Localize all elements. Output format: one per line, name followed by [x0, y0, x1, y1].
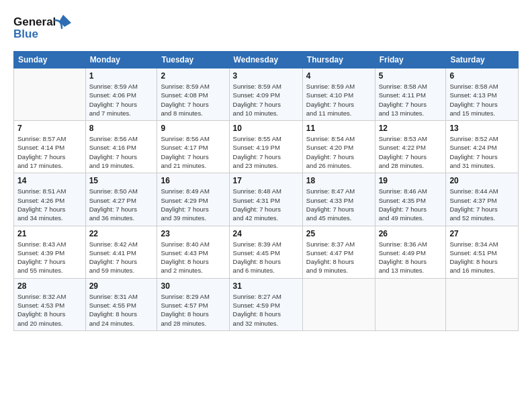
- day-number: 19: [379, 176, 443, 185]
- day-info: Sunrise: 8:56 AMSunset: 4:16 PMDaylight:…: [89, 134, 154, 170]
- day-number: 7: [17, 124, 82, 133]
- day-number: 31: [233, 281, 299, 291]
- calendar-cell: 7Sunrise: 8:57 AMSunset: 4:14 PMDaylight…: [14, 121, 86, 173]
- day-number: 17: [233, 176, 299, 185]
- day-info: Sunrise: 8:59 AMSunset: 4:08 PMDaylight:…: [161, 82, 225, 118]
- calendar-cell: [14, 68, 86, 121]
- day-number: 24: [233, 229, 299, 238]
- day-info: Sunrise: 8:34 AMSunset: 4:51 PMDaylight:…: [449, 240, 515, 275]
- day-number: 14: [17, 176, 82, 185]
- calendar-body: 1Sunrise: 8:59 AMSunset: 4:06 PMDaylight…: [14, 68, 519, 331]
- day-info: Sunrise: 8:54 AMSunset: 4:20 PMDaylight:…: [306, 134, 371, 170]
- day-number: 29: [89, 281, 154, 291]
- calendar-cell: 13Sunrise: 8:52 AMSunset: 4:24 PMDayligh…: [446, 121, 519, 173]
- weekday-header: Thursday: [302, 52, 375, 68]
- svg-text:General: General: [13, 15, 56, 28]
- calendar-cell: [446, 278, 519, 330]
- weekday-header: Friday: [375, 52, 446, 68]
- logo: General Blue: [13, 13, 74, 43]
- day-info: Sunrise: 8:56 AMSunset: 4:17 PMDaylight:…: [161, 134, 225, 170]
- day-info: Sunrise: 8:58 AMSunset: 4:11 PMDaylight:…: [379, 82, 443, 118]
- calendar-week-row: 21Sunrise: 8:43 AMSunset: 4:39 PMDayligh…: [14, 226, 519, 278]
- header-row: SundayMondayTuesdayWednesdayThursdayFrid…: [14, 52, 519, 68]
- day-info: Sunrise: 8:43 AMSunset: 4:39 PMDaylight:…: [17, 240, 82, 275]
- day-info: Sunrise: 8:47 AMSunset: 4:33 PMDaylight:…: [306, 187, 371, 222]
- day-number: 13: [449, 124, 515, 133]
- day-number: 6: [449, 71, 515, 81]
- weekday-header: Saturday: [446, 52, 519, 68]
- day-number: 27: [449, 229, 515, 238]
- day-number: 15: [89, 176, 154, 185]
- day-info: Sunrise: 8:52 AMSunset: 4:24 PMDaylight:…: [449, 134, 515, 170]
- calendar-week-row: 14Sunrise: 8:51 AMSunset: 4:26 PMDayligh…: [14, 173, 519, 226]
- day-info: Sunrise: 8:59 AMSunset: 4:10 PMDaylight:…: [306, 82, 371, 118]
- calendar-cell: 28Sunrise: 8:32 AMSunset: 4:53 PMDayligh…: [14, 278, 86, 330]
- day-number: 11: [306, 124, 371, 133]
- calendar-cell: 15Sunrise: 8:50 AMSunset: 4:27 PMDayligh…: [85, 173, 157, 226]
- weekday-header: Monday: [85, 52, 157, 68]
- calendar-cell: 16Sunrise: 8:49 AMSunset: 4:29 PMDayligh…: [157, 173, 229, 226]
- day-number: 25: [306, 229, 371, 238]
- day-info: Sunrise: 8:29 AMSunset: 4:57 PMDaylight:…: [161, 292, 225, 328]
- calendar-cell: 22Sunrise: 8:42 AMSunset: 4:41 PMDayligh…: [85, 226, 157, 278]
- day-number: 16: [161, 176, 225, 185]
- calendar-cell: [302, 278, 375, 330]
- calendar-week-row: 1Sunrise: 8:59 AMSunset: 4:06 PMDaylight…: [14, 68, 519, 121]
- calendar-cell: 27Sunrise: 8:34 AMSunset: 4:51 PMDayligh…: [446, 226, 519, 278]
- day-info: Sunrise: 8:46 AMSunset: 4:35 PMDaylight:…: [379, 187, 443, 222]
- day-info: Sunrise: 8:50 AMSunset: 4:27 PMDaylight:…: [89, 187, 154, 222]
- calendar-cell: 17Sunrise: 8:48 AMSunset: 4:31 PMDayligh…: [229, 173, 302, 226]
- calendar-cell: 12Sunrise: 8:53 AMSunset: 4:22 PMDayligh…: [375, 121, 446, 173]
- day-info: Sunrise: 8:32 AMSunset: 4:53 PMDaylight:…: [17, 292, 82, 328]
- calendar-cell: 20Sunrise: 8:44 AMSunset: 4:37 PMDayligh…: [446, 173, 519, 226]
- day-info: Sunrise: 8:53 AMSunset: 4:22 PMDaylight:…: [379, 134, 443, 170]
- day-number: 8: [89, 124, 154, 133]
- day-number: 10: [233, 124, 299, 133]
- calendar-table: SundayMondayTuesdayWednesdayThursdayFrid…: [13, 51, 519, 331]
- day-number: 23: [161, 229, 225, 238]
- day-info: Sunrise: 8:44 AMSunset: 4:37 PMDaylight:…: [449, 187, 515, 222]
- calendar-cell: 23Sunrise: 8:40 AMSunset: 4:43 PMDayligh…: [157, 226, 229, 278]
- day-info: Sunrise: 8:31 AMSunset: 4:55 PMDaylight:…: [89, 292, 154, 328]
- calendar-cell: 31Sunrise: 8:27 AMSunset: 4:59 PMDayligh…: [229, 278, 302, 330]
- day-info: Sunrise: 8:40 AMSunset: 4:43 PMDaylight:…: [161, 240, 225, 275]
- calendar-cell: 30Sunrise: 8:29 AMSunset: 4:57 PMDayligh…: [157, 278, 229, 330]
- day-info: Sunrise: 8:39 AMSunset: 4:45 PMDaylight:…: [233, 240, 299, 275]
- day-info: Sunrise: 8:27 AMSunset: 4:59 PMDaylight:…: [233, 292, 299, 328]
- calendar-cell: 3Sunrise: 8:59 AMSunset: 4:09 PMDaylight…: [229, 68, 302, 121]
- day-number: 4: [306, 71, 371, 81]
- header: General Blue: [13, 13, 519, 43]
- weekday-header: Wednesday: [229, 52, 302, 68]
- day-info: Sunrise: 8:51 AMSunset: 4:26 PMDaylight:…: [17, 187, 82, 222]
- calendar-week-row: 7Sunrise: 8:57 AMSunset: 4:14 PMDaylight…: [14, 121, 519, 173]
- day-info: Sunrise: 8:59 AMSunset: 4:09 PMDaylight:…: [233, 82, 299, 118]
- day-info: Sunrise: 8:37 AMSunset: 4:47 PMDaylight:…: [306, 240, 371, 275]
- day-info: Sunrise: 8:55 AMSunset: 4:19 PMDaylight:…: [233, 134, 299, 170]
- calendar-cell: 25Sunrise: 8:37 AMSunset: 4:47 PMDayligh…: [302, 226, 375, 278]
- calendar-cell: [375, 278, 446, 330]
- day-info: Sunrise: 8:36 AMSunset: 4:49 PMDaylight:…: [379, 240, 443, 275]
- day-info: Sunrise: 8:59 AMSunset: 4:06 PMDaylight:…: [89, 82, 154, 118]
- day-number: 21: [17, 229, 82, 238]
- calendar-cell: 6Sunrise: 8:58 AMSunset: 4:13 PMDaylight…: [446, 68, 519, 121]
- weekday-header: Sunday: [14, 52, 86, 68]
- calendar-cell: 11Sunrise: 8:54 AMSunset: 4:20 PMDayligh…: [302, 121, 375, 173]
- day-info: Sunrise: 8:58 AMSunset: 4:13 PMDaylight:…: [449, 82, 515, 118]
- page: General Blue SundayMondayTuesdayWednesda…: [0, 0, 532, 411]
- calendar-cell: 21Sunrise: 8:43 AMSunset: 4:39 PMDayligh…: [14, 226, 86, 278]
- day-number: 22: [89, 229, 154, 238]
- calendar-cell: 29Sunrise: 8:31 AMSunset: 4:55 PMDayligh…: [85, 278, 157, 330]
- day-info: Sunrise: 8:42 AMSunset: 4:41 PMDaylight:…: [89, 240, 154, 275]
- calendar-cell: 5Sunrise: 8:58 AMSunset: 4:11 PMDaylight…: [375, 68, 446, 121]
- day-number: 9: [161, 124, 225, 133]
- calendar-cell: 14Sunrise: 8:51 AMSunset: 4:26 PMDayligh…: [14, 173, 86, 226]
- calendar-cell: 18Sunrise: 8:47 AMSunset: 4:33 PMDayligh…: [302, 173, 375, 226]
- day-info: Sunrise: 8:57 AMSunset: 4:14 PMDaylight:…: [17, 134, 82, 170]
- calendar-cell: 26Sunrise: 8:36 AMSunset: 4:49 PMDayligh…: [375, 226, 446, 278]
- calendar-cell: 10Sunrise: 8:55 AMSunset: 4:19 PMDayligh…: [229, 121, 302, 173]
- calendar-cell: 4Sunrise: 8:59 AMSunset: 4:10 PMDaylight…: [302, 68, 375, 121]
- day-number: 30: [161, 281, 225, 291]
- day-number: 3: [233, 71, 299, 81]
- day-number: 12: [379, 124, 443, 133]
- day-number: 5: [379, 71, 443, 81]
